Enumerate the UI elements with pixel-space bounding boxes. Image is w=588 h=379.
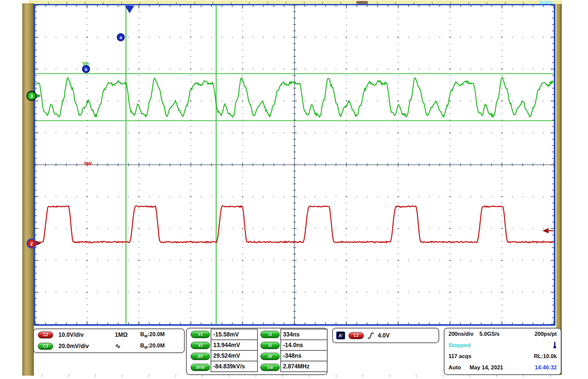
dv-dt-badge[interactable]: ΔV/Δt	[191, 364, 210, 371]
record-length: RL:10.0k	[534, 353, 557, 359]
channel-c3-badge[interactable]: C3	[38, 343, 53, 350]
dv-badge[interactable]: ΔV	[191, 353, 210, 360]
dv-value: 29.524mV	[211, 350, 258, 361]
channel-c3-bandwidth: BW:20.0M	[140, 342, 165, 349]
sample-rate: 5.0GS/s	[479, 331, 500, 337]
trigger-source-badge[interactable]: C2	[348, 332, 364, 339]
channel-3-marker-label: 3	[30, 93, 33, 99]
trigger-readout-box[interactable]: A’ C2 4.0V	[332, 328, 439, 343]
acq-mode: Auto	[448, 364, 461, 371]
rising-edge-icon	[367, 331, 374, 339]
channel-c2-bandwidth: BW:20.0M	[140, 331, 165, 338]
trigger-level: 4.0V	[378, 332, 390, 339]
acqs-row: 117 acqs RL:10.0k	[444, 351, 561, 362]
oscilloscope-screen: VnSWab32 C2 10.0V/div 1MΩ BW:20.0M C3 20…	[0, 0, 588, 379]
graticule	[35, 5, 554, 324]
channel-c3-scale: 20.0mV/div	[58, 343, 115, 350]
channel-row-c2[interactable]: C2 10.0V/div 1MΩ BW:20.0M	[34, 329, 184, 340]
cursor-marker-a-label: a	[120, 35, 122, 40]
state-row: Stopped	[444, 340, 561, 351]
datetime-row: Auto May 14, 2021 14:46:32	[444, 362, 561, 373]
t1-badge[interactable]: t1	[260, 331, 280, 338]
timebase-row: 200ns/div 5.0GS/s 200ps/pt	[444, 328, 561, 340]
acquisition-status-box: 200ns/div 5.0GS/s 200ps/pt Stopped 117 a…	[444, 328, 561, 375]
bottom-tick	[122, 374, 123, 377]
inv-dt-value: 2.874MHz	[280, 361, 328, 372]
date: May 14, 2021	[470, 364, 503, 371]
bottom-tick	[443, 374, 443, 377]
bottom-tick	[336, 374, 337, 377]
waveform-svg: VnSWab32	[20, 0, 562, 330]
channel-c2-badge[interactable]: C2	[38, 331, 53, 338]
v2-value: 13.944mV	[211, 339, 258, 351]
dt-badge[interactable]: Δt	[260, 353, 280, 360]
bottom-tick	[416, 374, 417, 377]
bottom-tick	[42, 374, 42, 377]
bottom-tick	[389, 374, 390, 377]
bottom-tick	[175, 374, 176, 377]
t2-value: -14.0ns	[280, 339, 328, 351]
timebase: 200ns/div	[448, 331, 473, 337]
v2-badge[interactable]: V2	[191, 342, 210, 349]
bottom-tick	[68, 374, 69, 377]
channel-row-c3[interactable]: C3 20.0mV/div ∿ BW:20.0M	[34, 340, 184, 352]
dt-value: -348ns	[280, 350, 328, 361]
trigger-a-badge[interactable]: A’	[336, 331, 345, 339]
bottom-tick	[362, 374, 363, 377]
channel-2-marker-label: 2	[30, 241, 33, 246]
channel-c2-scale: 10.0V/div	[58, 331, 115, 338]
clock: 14:46:32	[535, 364, 557, 371]
bottom-tick	[95, 374, 96, 377]
acq-count: 117 acqs	[448, 353, 471, 359]
dv-dt-value: -84.839kV/s	[211, 361, 258, 372]
acq-state: Stopped	[448, 342, 470, 348]
v1-value: -15.58mV	[211, 329, 258, 340]
cursor-measurement-box: V1 V2 ΔV ΔV/Δt -15.58mV 13.944mV 29.524m…	[186, 328, 328, 375]
bottom-tick	[148, 374, 149, 377]
channel-settings-box: C2 10.0V/div 1MΩ BW:20.0M C3 20.0mV/div …	[33, 328, 185, 353]
inv-dt-badge[interactable]: 1/Δt	[260, 364, 280, 371]
channel-c2-impedance: 1MΩ	[115, 331, 140, 338]
t1-value: 334ns	[280, 329, 328, 340]
trace-label-sw: SW	[84, 161, 92, 166]
cursor-marker-b-label: b	[85, 67, 87, 72]
t2-badge[interactable]: t2	[260, 342, 280, 349]
thermometer-icon	[553, 341, 557, 349]
ac-coupling-icon: ∿	[115, 342, 140, 350]
resolution: 200ps/pt	[535, 331, 557, 337]
v1-badge[interactable]: V1	[191, 331, 210, 338]
